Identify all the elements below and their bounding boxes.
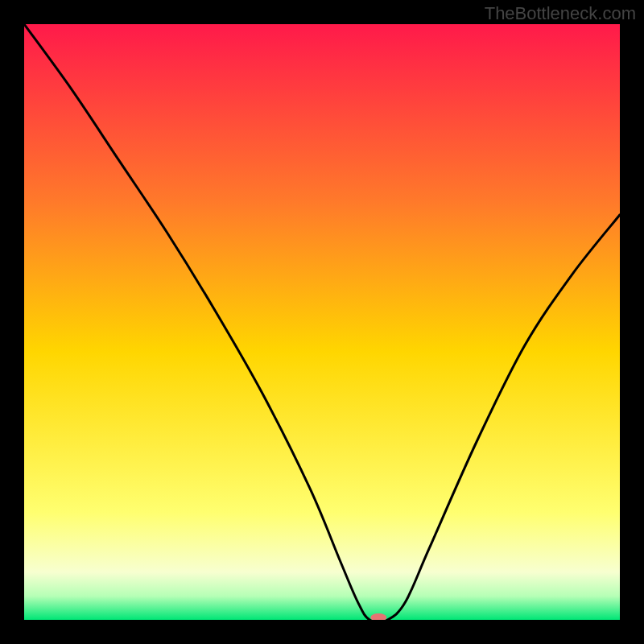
chart-background	[24, 24, 620, 620]
chart-container	[24, 24, 620, 620]
watermark-text: TheBottleneck.com	[485, 3, 636, 24]
chart-svg	[24, 24, 620, 620]
